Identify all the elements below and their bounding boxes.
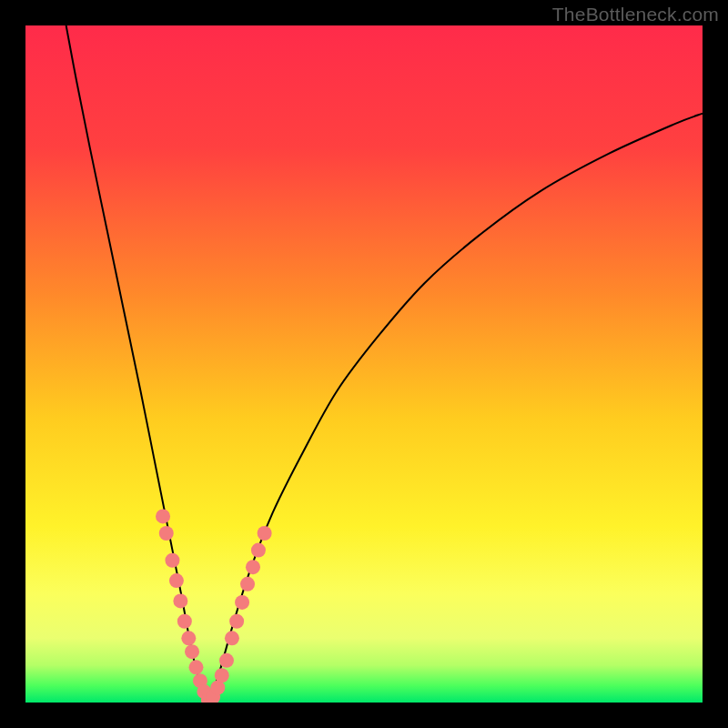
scatter-point bbox=[165, 553, 179, 568]
scatter-point bbox=[251, 543, 266, 558]
watermark-text: TheBottleneck.com bbox=[552, 4, 719, 25]
scatter-point bbox=[215, 668, 229, 682]
scatter-point bbox=[225, 631, 239, 645]
scatter-point bbox=[159, 526, 174, 541]
scatter-point bbox=[235, 595, 249, 610]
scatter-point bbox=[258, 526, 272, 541]
scatter-point bbox=[185, 644, 199, 659]
scatter-point bbox=[188, 660, 203, 674]
scatter-points bbox=[156, 509, 272, 703]
scatter-point bbox=[177, 614, 192, 629]
scatter-point bbox=[246, 560, 260, 574]
scatter-point bbox=[181, 631, 196, 645]
scatter-point bbox=[156, 509, 170, 523]
scatter-point bbox=[229, 614, 244, 629]
scatter-point bbox=[173, 593, 187, 608]
bottleneck-curve-right bbox=[208, 114, 703, 703]
scatter-point bbox=[169, 573, 184, 588]
chart-svg bbox=[25, 25, 703, 703]
scatter-point bbox=[240, 577, 255, 592]
chart-frame: TheBottleneck.com bbox=[0, 0, 728, 728]
plot-area bbox=[25, 25, 703, 703]
scatter-point bbox=[219, 653, 234, 668]
